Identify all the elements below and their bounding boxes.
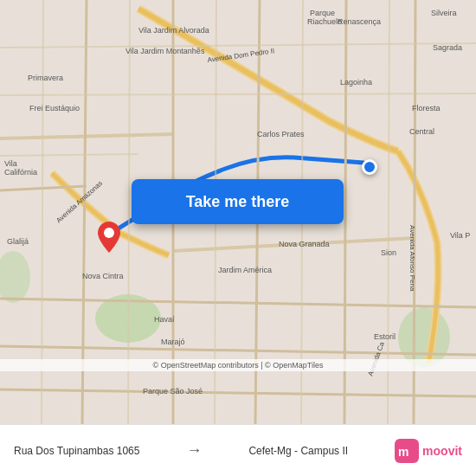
- destination-pin: [98, 222, 120, 256]
- svg-text:Sagrada: Sagrada: [433, 43, 462, 52]
- svg-text:Parque: Parque: [310, 9, 335, 17]
- svg-text:Riachuelo: Riachuelo: [307, 17, 342, 26]
- svg-text:Parque São José: Parque São José: [143, 387, 203, 396]
- svg-text:Floresta: Floresta: [412, 104, 441, 113]
- svg-point-54: [104, 228, 114, 238]
- to-location: Cefet-Mg - Campus II: [248, 445, 348, 457]
- moovit-logo: m moovit: [395, 439, 462, 463]
- moovit-text: moovit: [422, 444, 462, 458]
- svg-text:Vila P: Vila P: [450, 231, 470, 240]
- svg-text:Frei Eustáquio: Frei Eustáquio: [29, 104, 80, 113]
- moovit-icon: m: [395, 439, 419, 463]
- svg-text:Vila Jardim Alvorada: Vila Jardim Alvorada: [138, 26, 209, 35]
- map-attribution: © OpenStreetMap contributors | © OpenMap…: [0, 359, 476, 371]
- svg-text:Jardim América: Jardim América: [218, 266, 272, 274]
- direction-arrow-icon: →: [186, 441, 202, 460]
- svg-text:Glalijá: Glalijá: [7, 237, 29, 246]
- bottom-bar: Rua Dos Tupinambas 1065 → Cefet-Mg - Cam…: [0, 424, 476, 476]
- svg-text:Renascença: Renascença: [338, 17, 381, 26]
- svg-text:Estoril: Estoril: [374, 332, 396, 341]
- origin-dot: [362, 159, 377, 175]
- svg-text:Lagoinha: Lagoinha: [340, 78, 372, 87]
- svg-text:Carlos Prates: Carlos Prates: [257, 130, 305, 138]
- svg-text:Vila: Vila: [4, 159, 17, 168]
- svg-text:Marajó: Marajó: [161, 338, 185, 346]
- svg-text:Avenida Afonso Pena: Avenida Afonso Pena: [408, 225, 416, 292]
- svg-text:Silveira: Silveira: [431, 9, 457, 17]
- take-me-there-button[interactable]: Take me there: [132, 179, 344, 224]
- from-location: Rua Dos Tupinambas 1065: [14, 445, 139, 457]
- svg-text:Sion: Sion: [381, 248, 396, 257]
- svg-text:Central: Central: [409, 127, 434, 136]
- svg-text:Califórnia: Califórnia: [4, 168, 37, 177]
- svg-text:Primavera: Primavera: [28, 74, 63, 82]
- svg-text:Nova Granada: Nova Granada: [279, 240, 330, 248]
- svg-text:Vila Jardim Montanhês: Vila Jardim Montanhês: [125, 47, 205, 55]
- svg-text:Havaí: Havaí: [154, 315, 175, 324]
- map-container: Vila Jardim Alvorada Vila Jardim Montanh…: [0, 0, 476, 424]
- svg-text:m: m: [398, 445, 408, 459]
- svg-text:Nova Cintra: Nova Cintra: [82, 272, 124, 280]
